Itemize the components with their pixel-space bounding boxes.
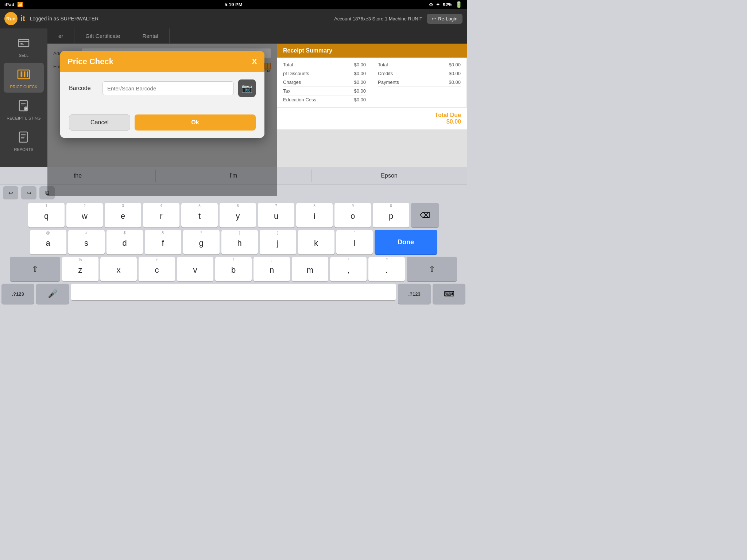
key-comma[interactable]: !, bbox=[330, 257, 367, 281]
summary-row-education: Education Cess $0.00 bbox=[283, 96, 366, 104]
tab-gift-certificate[interactable]: Gift Certificate bbox=[74, 28, 131, 43]
sidebar-item-price-check[interactable]: PRICE CHECK bbox=[4, 63, 44, 93]
key-n[interactable]: ;n bbox=[253, 257, 290, 281]
tab-transfer-label: er bbox=[58, 33, 63, 39]
key-v[interactable]: =v bbox=[177, 257, 213, 281]
key-h[interactable]: (h bbox=[221, 230, 258, 254]
runit-logo: Run it bbox=[4, 12, 25, 25]
battery-icon: 🔋 bbox=[455, 1, 462, 8]
mic-key[interactable]: 🎤 bbox=[36, 284, 69, 304]
receipt-summary-title: Receipt Summary bbox=[277, 44, 467, 58]
key-q[interactable]: 1q bbox=[28, 203, 65, 228]
modal-body: Barcode 📷 bbox=[60, 72, 264, 110]
key-a[interactable]: @a bbox=[30, 230, 66, 254]
main-content: Address Email 🚚 Price Check X bbox=[47, 44, 277, 196]
charges-label: Charges bbox=[283, 79, 301, 85]
barcode-input[interactable] bbox=[102, 81, 234, 95]
key-r[interactable]: 4r bbox=[143, 203, 179, 228]
price-check-modal: Price Check X Barcode 📷 bbox=[60, 51, 264, 138]
tab-bar: er Gift Certificate Rental bbox=[47, 28, 467, 44]
done-label: Done bbox=[398, 238, 414, 246]
top-nav: Run it Logged in as SUPERWALTER Account … bbox=[0, 9, 467, 28]
numbers-right-label: .?123 bbox=[408, 291, 420, 297]
charges-value: $0.00 bbox=[354, 79, 366, 85]
suggestion-epson[interactable]: Epson bbox=[311, 170, 467, 182]
sidebar-sell-label: SELL bbox=[19, 53, 29, 58]
barcode-label: Barcode bbox=[69, 85, 98, 92]
svg-point-9 bbox=[24, 106, 28, 111]
tax-value: $0.00 bbox=[354, 88, 366, 94]
key-b[interactable]: /b bbox=[215, 257, 252, 281]
space-key[interactable] bbox=[71, 284, 396, 300]
reports-icon bbox=[16, 129, 32, 145]
numbers-right-key[interactable]: .?123 bbox=[398, 284, 431, 304]
key-row-2: @a #s $d &f *g (h )j 'k "l Done bbox=[1, 230, 465, 254]
status-time: 5:19 PM bbox=[224, 2, 242, 7]
key-z[interactable]: %z bbox=[62, 257, 98, 281]
key-l[interactable]: "l bbox=[336, 230, 373, 254]
logo-text: it bbox=[20, 14, 25, 23]
sidebar-item-reports[interactable]: REPORTS bbox=[4, 125, 44, 155]
camera-button[interactable]: 📷 bbox=[238, 79, 256, 97]
key-k[interactable]: 'k bbox=[298, 230, 334, 254]
nav-logged-in: Logged in as SUPERWALTER bbox=[30, 16, 330, 22]
receipt-listing-icon bbox=[16, 98, 32, 114]
key-m[interactable]: :m bbox=[292, 257, 328, 281]
key-f[interactable]: &f bbox=[145, 230, 181, 254]
key-y[interactable]: 6y bbox=[220, 203, 256, 228]
key-i[interactable]: 8i bbox=[296, 203, 333, 228]
ok-button[interactable]: Ok bbox=[135, 114, 256, 131]
key-period[interactable]: ?. bbox=[368, 257, 405, 281]
tab-rental[interactable]: Rental bbox=[131, 28, 169, 43]
key-u[interactable]: 7u bbox=[258, 203, 294, 228]
key-g[interactable]: *g bbox=[183, 230, 220, 254]
key-j[interactable]: )j bbox=[260, 230, 296, 254]
key-w[interactable]: 2w bbox=[66, 203, 103, 228]
barcode-row: Barcode 📷 bbox=[69, 79, 256, 97]
tax-label: Tax bbox=[283, 88, 290, 94]
summary-right-col: Total $0.00 Credits $0.00 Payments $0.00 bbox=[372, 58, 467, 107]
undo-button[interactable]: ↩ bbox=[3, 186, 18, 199]
status-left: iPad 📶 bbox=[4, 2, 23, 7]
modal-header: Price Check X bbox=[60, 51, 264, 72]
cancel-button[interactable]: Cancel bbox=[69, 114, 130, 131]
key-o[interactable]: 9o bbox=[334, 203, 371, 228]
relogin-button[interactable]: ↩ Re-Login bbox=[427, 14, 462, 24]
summary-row-charges: Charges $0.00 bbox=[283, 78, 366, 87]
keyboard-dismiss-key[interactable]: ⌨ bbox=[433, 284, 465, 304]
delete-key[interactable]: ⌫ bbox=[411, 203, 439, 228]
summary-left-col: Total $0.00 pt Discounts $0.00 Charges $… bbox=[277, 58, 372, 107]
battery-level: 92% bbox=[443, 2, 452, 7]
bluetooth-icon: ✦ bbox=[436, 2, 440, 7]
sidebar-item-sell[interactable]: SELL bbox=[4, 31, 44, 61]
key-x[interactable]: -x bbox=[100, 257, 137, 281]
modal-footer: Cancel Ok bbox=[60, 110, 264, 138]
key-t[interactable]: 5t bbox=[181, 203, 218, 228]
screen-rotation-icon: ⊙ bbox=[429, 2, 433, 7]
key-c[interactable]: +c bbox=[139, 257, 175, 281]
ipad-label: iPad bbox=[4, 2, 14, 7]
discounts-value: $0.00 bbox=[354, 71, 366, 76]
keyboard-icon: ⌨ bbox=[444, 289, 454, 298]
shift-left-key[interactable]: ⇧ bbox=[10, 257, 60, 281]
key-s[interactable]: #s bbox=[68, 230, 105, 254]
sidebar-receipt-label: RECEIPT LISTING bbox=[7, 116, 40, 120]
relogin-label: Re-Login bbox=[438, 16, 457, 22]
sidebar-item-receipt-listing[interactable]: RECEIPT LISTING bbox=[4, 94, 44, 124]
redo-button[interactable]: ↪ bbox=[21, 186, 36, 199]
done-key[interactable]: Done bbox=[375, 230, 437, 254]
status-right: ⊙ ✦ 92% 🔋 bbox=[429, 1, 462, 8]
shift-right-key[interactable]: ⇧ bbox=[407, 257, 457, 281]
key-d[interactable]: $d bbox=[107, 230, 143, 254]
wifi-icon: 📶 bbox=[17, 2, 23, 7]
discounts-label: pt Discounts bbox=[283, 71, 309, 76]
total-due-text: Total Due bbox=[435, 112, 461, 118]
numbers-left-label: .?123 bbox=[12, 291, 24, 297]
tab-transfer[interactable]: er bbox=[47, 28, 74, 43]
key-p[interactable]: 0p bbox=[373, 203, 409, 228]
price-check-icon bbox=[16, 66, 32, 82]
key-e[interactable]: 3e bbox=[105, 203, 141, 228]
numbers-left-key[interactable]: .?123 bbox=[1, 284, 34, 304]
modal-close-button[interactable]: X bbox=[252, 58, 257, 66]
education-label: Education Cess bbox=[283, 97, 316, 102]
